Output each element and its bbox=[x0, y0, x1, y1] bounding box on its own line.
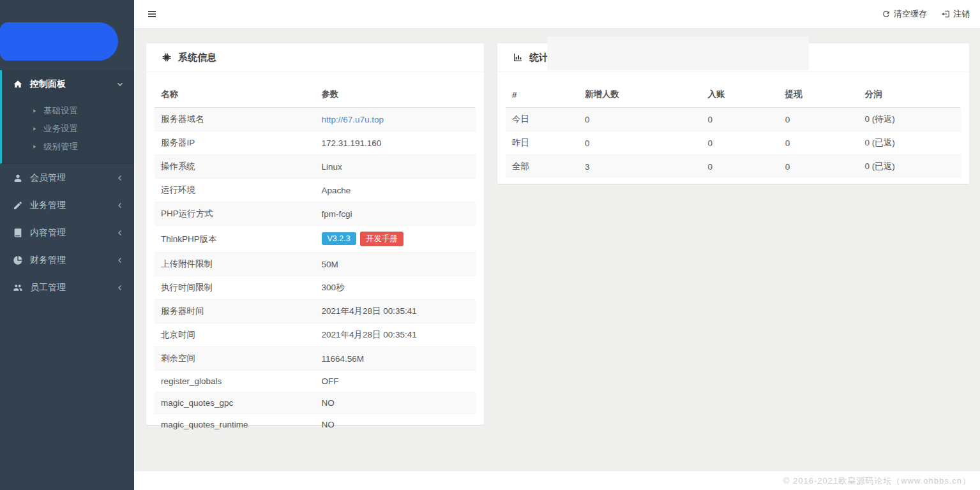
menu-toggle-icon bbox=[147, 9, 157, 19]
param-value: 2021年4月28日 00:35:41 bbox=[315, 300, 476, 323]
pie-chart-icon bbox=[13, 255, 23, 265]
param-value: 50M bbox=[315, 253, 476, 276]
statistics-row: 今日0000 (待返) bbox=[506, 108, 961, 131]
server-domain-link[interactable]: http://67.u7u.top bbox=[322, 115, 384, 124]
sidebar-subitem-label: 级别管理 bbox=[43, 141, 78, 152]
column-income: 入账 bbox=[702, 82, 779, 108]
param-value: Linux bbox=[315, 155, 476, 179]
stat-cell: 今日 bbox=[506, 108, 578, 131]
book-icon bbox=[13, 228, 23, 238]
sidebar-item[interactable]: 控制面板 bbox=[2, 70, 134, 98]
stat-cell: 0 (已返) bbox=[859, 131, 961, 155]
system-info-row: 操作系统 Linux bbox=[155, 155, 476, 179]
sidebar-item-label: 员工管理 bbox=[30, 282, 66, 293]
sidebar: 控制面板 基础设置 业务设置 级别管理 会员管理 业务管理 内容管理 财务管理 bbox=[0, 0, 134, 490]
param-name: 运行环境 bbox=[155, 179, 315, 202]
chevron-left-icon bbox=[116, 284, 124, 292]
sidebar-item[interactable]: 业务管理 bbox=[0, 191, 134, 219]
bar-chart-icon bbox=[513, 52, 523, 63]
column-param: 参数 bbox=[315, 82, 476, 108]
stat-cell: 0 bbox=[578, 108, 702, 131]
chevron-left-icon bbox=[116, 256, 124, 264]
param-value: NO bbox=[315, 392, 476, 414]
param-value: Apache bbox=[315, 179, 476, 202]
user-icon bbox=[13, 173, 23, 183]
sidebar-submenu: 基础设置 业务设置 级别管理 bbox=[2, 98, 134, 156]
sidebar-item-label: 会员管理 bbox=[30, 172, 66, 184]
param-name: 剩余空间 bbox=[155, 347, 315, 371]
column-profit: 分润 bbox=[859, 82, 961, 108]
badge[interactable]: V3.2.3 bbox=[322, 232, 356, 245]
stat-cell: 0 bbox=[702, 108, 779, 131]
statistics-table: # 新增人数 入账 提现 分润 今日0000 (待返) 昨日0000 (已返) … bbox=[506, 82, 961, 178]
stat-cell: 0 (已返) bbox=[859, 155, 961, 179]
refresh-icon bbox=[882, 10, 891, 19]
param-name: 服务器域名 bbox=[155, 108, 315, 131]
stat-cell: 0 bbox=[702, 131, 779, 155]
statistics-row: 昨日0000 (已返) bbox=[506, 131, 961, 155]
sidebar-item[interactable]: 财务管理 bbox=[0, 246, 134, 274]
home-icon bbox=[13, 79, 23, 89]
sidebar-item[interactable]: 会员管理 bbox=[0, 164, 134, 191]
stat-cell: 0 bbox=[702, 155, 779, 179]
chevron-left-icon bbox=[116, 229, 124, 237]
chevron-left-icon bbox=[116, 174, 124, 182]
column-new-users: 新增人数 bbox=[578, 82, 702, 108]
topbar: 清空缓存 注销 bbox=[134, 0, 980, 29]
stat-cell: 0 bbox=[779, 108, 859, 131]
logout-button[interactable]: 注销 bbox=[941, 8, 970, 20]
caret-right-icon bbox=[32, 108, 37, 114]
sidebar-item-label: 业务管理 bbox=[30, 200, 66, 211]
pen-icon bbox=[13, 200, 23, 211]
stat-cell: 0 (待返) bbox=[859, 108, 961, 131]
caret-right-icon bbox=[32, 144, 37, 149]
chevron-down-icon bbox=[116, 80, 124, 88]
sidebar-toggle-button[interactable] bbox=[142, 5, 162, 23]
topbar-actions: 清空缓存 注销 bbox=[882, 8, 970, 20]
sidebar-subitem-label: 业务设置 bbox=[43, 123, 78, 135]
system-info-card: 系统信息 名称 参数 服务器域名 http://67.u7u.top 服务器IP… bbox=[146, 43, 484, 425]
system-info-row: 剩余空间 11664.56M bbox=[155, 347, 476, 371]
sidebar-subitem[interactable]: 业务设置 bbox=[2, 120, 134, 138]
microchip-icon bbox=[162, 52, 172, 63]
param-name: 操作系统 bbox=[155, 155, 315, 179]
main-area: 清空缓存 注销 系统信息 名称 参数 bbox=[134, 0, 980, 490]
stat-cell: 0 bbox=[779, 155, 859, 179]
sidebar-subitem[interactable]: 级别管理 bbox=[2, 138, 134, 156]
system-info-row: PHP运行方式 fpm-fcgi bbox=[155, 202, 476, 226]
clear-cache-button[interactable]: 清空缓存 bbox=[882, 8, 927, 20]
param-name: 上传附件限制 bbox=[155, 253, 315, 276]
sidebar-item-label: 财务管理 bbox=[30, 255, 66, 266]
system-info-header: 系统信息 bbox=[146, 43, 484, 72]
system-info-row: 服务器域名 http://67.u7u.top bbox=[155, 108, 476, 131]
system-info-row: 执行时间限制 300秒 bbox=[155, 276, 476, 300]
param-name: magic_quotes_gpc bbox=[155, 392, 315, 414]
param-value: 300秒 bbox=[315, 276, 476, 300]
overlay-artifact bbox=[547, 36, 809, 70]
sidebar-nav: 控制面板 基础设置 业务设置 级别管理 会员管理 业务管理 内容管理 财务管理 bbox=[0, 70, 134, 301]
param-name: magic_quotes_runtime bbox=[155, 414, 315, 436]
sidebar-group: 控制面板 基础设置 业务设置 级别管理 bbox=[0, 70, 134, 164]
param-value: fpm-fcgi bbox=[315, 202, 476, 226]
chevron-left-icon bbox=[116, 202, 124, 209]
param-name: PHP运行方式 bbox=[155, 202, 315, 226]
param-value: http://67.u7u.top bbox=[315, 108, 476, 131]
param-name: 服务器时间 bbox=[155, 300, 315, 323]
system-info-row: 上传附件限制 50M bbox=[155, 253, 476, 276]
logo bbox=[0, 22, 118, 61]
sidebar-item[interactable]: 内容管理 bbox=[0, 219, 134, 246]
param-value: V3.2.3开发手册 bbox=[315, 226, 476, 253]
sidebar-subitem-label: 基础设置 bbox=[43, 105, 78, 117]
sidebar-item[interactable]: 员工管理 bbox=[0, 274, 134, 301]
stat-cell: 0 bbox=[578, 131, 702, 155]
system-info-table: 名称 参数 服务器域名 http://67.u7u.top 服务器IP 172.… bbox=[155, 82, 476, 435]
sidebar-subitem[interactable]: 基础设置 bbox=[2, 102, 134, 120]
system-info-row: 服务器IP 172.31.191.160 bbox=[155, 131, 476, 155]
system-info-title: 系统信息 bbox=[178, 52, 216, 64]
caret-right-icon bbox=[32, 126, 37, 131]
stat-cell: 3 bbox=[578, 155, 702, 179]
sidebar-item-label: 控制面板 bbox=[30, 78, 66, 90]
sidebar-item-label: 内容管理 bbox=[30, 227, 66, 239]
badge[interactable]: 开发手册 bbox=[360, 232, 403, 246]
statistics-row: 全部3000 (已返) bbox=[506, 155, 961, 179]
